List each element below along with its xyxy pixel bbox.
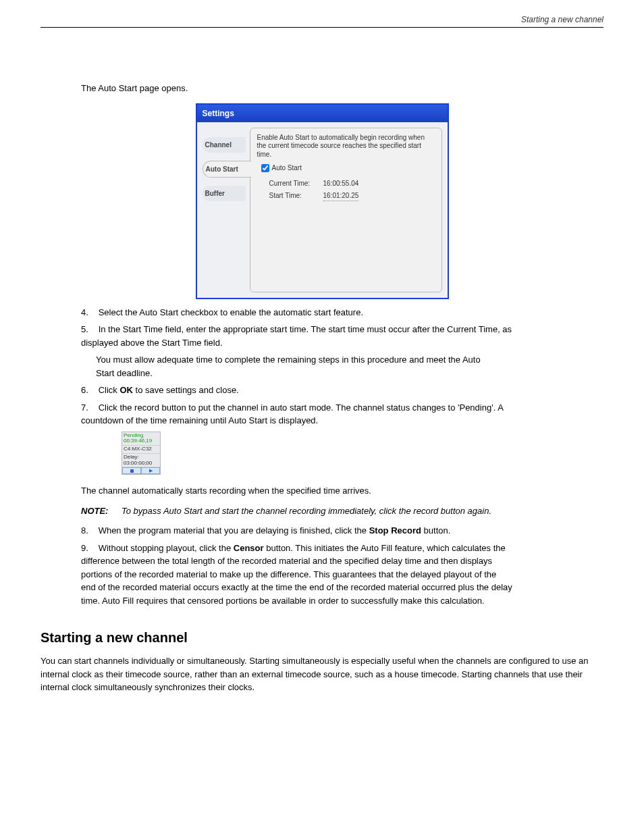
step-5-num: 5.	[81, 323, 96, 336]
delay-time: 03:00:00;00	[124, 460, 152, 466]
channel-name: C4:MX-C32	[122, 446, 160, 454]
step-4: 4. Select the Auto Start checkbox to ena…	[81, 306, 513, 319]
pending-row: Pending 00:39:46,19	[122, 432, 160, 446]
step-9-num: 9.	[81, 542, 96, 555]
play-button-icon[interactable]: ▶	[141, 467, 160, 474]
start-time-label: Start Time:	[269, 190, 317, 201]
current-time-label: Current Time:	[269, 178, 317, 188]
pending-time: 00:39:46,19	[124, 438, 152, 444]
tab-buffer[interactable]: Buffer	[203, 186, 246, 201]
step-5-sub: You must allow adequate time to complete…	[96, 353, 501, 380]
stop-button-icon[interactable]	[122, 467, 141, 474]
settings-dialog: Settings Channel Auto Start Buffer Enabl…	[196, 103, 449, 299]
section-body: You can start channels individually or s…	[41, 654, 603, 694]
step-6-text: Click	[99, 385, 120, 395]
step-5-text: In the Start Time field, enter the appro…	[81, 324, 512, 348]
step-9-text: Without stopping playout, click the	[99, 543, 234, 553]
step-9: 9. Without stopping playout, click the C…	[81, 542, 513, 608]
step-6-bold: OK	[119, 385, 133, 395]
auto-start-checkbox-row[interactable]: Auto Start	[261, 163, 435, 173]
note-label: NOTE:	[81, 504, 122, 518]
delay-label: Delay:	[124, 454, 139, 460]
step-8-text: When the program material that you are d…	[99, 525, 369, 536]
step-6-num: 6.	[81, 384, 96, 397]
pending-label: Pending	[124, 432, 143, 438]
step-9-bold: Censor	[234, 543, 264, 553]
note-text: To bypass Auto Start and start the chann…	[122, 504, 513, 518]
intro-text: The Auto Start page opens.	[81, 82, 513, 95]
start-time-value[interactable]: 16:01:20.25	[323, 190, 359, 201]
header-title: Starting a new channel	[521, 15, 603, 24]
dialog-titlebar: Settings	[197, 105, 448, 122]
panel-description: Enable Auto Start to automatically begin…	[257, 134, 435, 159]
step-7: 7. Click the record button to put the ch…	[81, 401, 513, 427]
step-8-bold: Stop Record	[369, 525, 421, 536]
step-7-num: 7.	[81, 401, 96, 415]
step-5: 5. In the Start Time field, enter the ap…	[81, 323, 513, 349]
step-8-num: 8.	[81, 524, 96, 538]
step-6-text2: to save settings and close.	[133, 385, 239, 395]
current-time-value: 16:00:55.04	[323, 178, 359, 188]
page-header: Starting a new channel	[41, 14, 603, 28]
step-7-text: Click the record button to put the chann…	[81, 402, 503, 426]
settings-dialog-figure: Settings Channel Auto Start Buffer Enabl…	[41, 103, 603, 299]
step-8: 8. When the program material that you ar…	[81, 524, 513, 538]
post-widget-text: The channel automatically starts recordi…	[81, 484, 513, 498]
section-heading: Starting a new channel	[41, 627, 603, 648]
auto-start-panel: Enable Auto Start to automatically begin…	[250, 128, 442, 292]
delay-row: Delay: 03:00:00;00	[122, 454, 160, 468]
auto-start-checkbox[interactable]	[261, 164, 269, 172]
channel-status-widget: Pending 00:39:46,19 C4:MX-C32 Delay: 03:…	[122, 432, 161, 475]
step-4-text: Select the Auto Start checkbox to enable…	[99, 307, 363, 317]
note-block: NOTE: To bypass Auto Start and start the…	[81, 504, 513, 518]
dialog-tabs: Channel Auto Start Buffer	[203, 128, 246, 292]
step-8-text2: button.	[421, 525, 450, 536]
tab-auto-start[interactable]: Auto Start	[203, 161, 251, 178]
step-6: 6. Click OK to save settings and close.	[81, 384, 513, 397]
step-4-num: 4.	[81, 306, 96, 319]
auto-start-checkbox-label: Auto Start	[272, 163, 302, 173]
tab-channel[interactable]: Channel	[203, 137, 246, 153]
